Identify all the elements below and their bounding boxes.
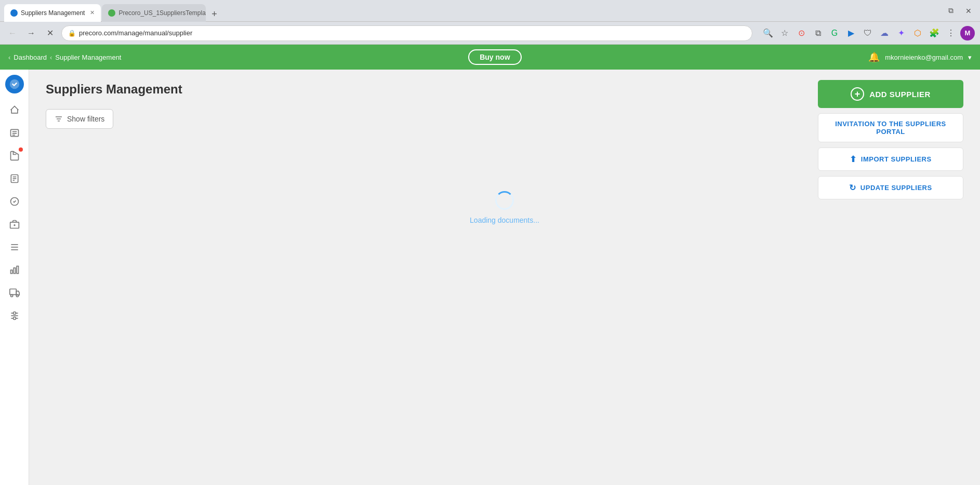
- update-label: UPDATE SUPPLIERS: [860, 184, 932, 192]
- tab-precoro-template[interactable]: Precoro_US_1SuppliersTemplate ✕: [102, 4, 206, 22]
- address-bar[interactable]: 🔒 precoro.com/manage/manual/supplier: [61, 25, 752, 41]
- tab-list: Suppliers Management ✕ Precoro_US_1Suppl…: [4, 0, 221, 22]
- breadcrumb: ‹ Dashboard ‹ Supplier Management: [8, 53, 122, 61]
- svg-rect-19: [9, 289, 16, 295]
- sidebar-item-settings[interactable]: [4, 305, 25, 326]
- address-bar-row: ← → ✕ 🔒 precoro.com/manage/manual/suppli…: [0, 22, 980, 45]
- tab-label: Suppliers Management: [21, 9, 85, 17]
- user-dropdown-arrow[interactable]: ▾: [968, 53, 972, 61]
- svg-point-28: [13, 317, 16, 320]
- sidebar: [0, 70, 29, 485]
- sidebar-item-orders[interactable]: [4, 123, 25, 143]
- tab-favicon-2: [108, 9, 115, 17]
- page-content: Suppliers Management + ADD SUPPLIER INVI…: [29, 70, 980, 485]
- user-email: mkornieienko@gmail.com: [885, 53, 963, 61]
- svg-point-24: [13, 312, 16, 315]
- opera-icon[interactable]: ⊙: [794, 26, 809, 41]
- app-logo[interactable]: [5, 75, 24, 93]
- svg-point-21: [16, 294, 18, 297]
- cloud-icon[interactable]: ☁: [877, 26, 892, 41]
- breadcrumb-sep: ‹: [50, 53, 52, 61]
- new-tab-button[interactable]: +: [207, 7, 221, 22]
- sidebar-item-list[interactable]: [4, 237, 25, 258]
- back-button[interactable]: ←: [5, 26, 20, 41]
- user-area[interactable]: 🔔 mkornieienko@gmail.com ▾: [868, 51, 972, 63]
- invitation-label: INVITATION TO THE SUPPLIERS PORTAL: [827, 120, 955, 136]
- notification-bell-icon[interactable]: 🔔: [868, 51, 880, 63]
- update-icon: ↻: [849, 183, 856, 193]
- sidebar-item-checklist[interactable]: [4, 191, 25, 212]
- import-icon: ⬆: [850, 154, 857, 164]
- svg-rect-16: [10, 270, 12, 274]
- import-label: IMPORT SUPPLIERS: [861, 155, 932, 163]
- tab-close-icon[interactable]: ✕: [90, 9, 95, 16]
- sparkle-icon[interactable]: ✦: [894, 26, 908, 41]
- restore-window-button[interactable]: ⧉: [944, 4, 958, 18]
- shield-icon[interactable]: 🛡: [860, 26, 875, 41]
- app-container: ‹ Dashboard ‹ Supplier Management Buy no…: [0, 45, 980, 485]
- add-supplier-icon: +: [851, 87, 864, 101]
- sidebar-item-shipping[interactable]: [4, 282, 25, 303]
- tab-label-2: Precoro_US_1SuppliersTemplate: [118, 9, 206, 17]
- sidebar-item-warehouse[interactable]: [4, 214, 25, 235]
- svg-point-20: [10, 294, 12, 297]
- browser-tab-bar: Suppliers Management ✕ Precoro_US_1Suppl…: [0, 0, 980, 22]
- sidebar-item-home[interactable]: [4, 100, 25, 120]
- top-navigation: ‹ Dashboard ‹ Supplier Management Buy no…: [0, 45, 980, 70]
- address-text: precoro.com/manage/manual/supplier: [79, 29, 192, 37]
- menu-icon[interactable]: ⋮: [944, 26, 958, 41]
- lock-icon: 🔒: [68, 30, 76, 37]
- add-supplier-button[interactable]: + ADD SUPPLIER: [818, 80, 963, 108]
- sidebar-item-analytics[interactable]: [4, 260, 25, 280]
- svg-point-0: [9, 79, 19, 89]
- browser-toolbar: 🔍 ☆ ⊙ ⧉ G ▶ 🛡 ☁ ✦ ⬡ 🧩 ⋮ M: [761, 26, 975, 41]
- video-icon[interactable]: ▶: [844, 26, 858, 41]
- action-panel: + ADD SUPPLIER INVITATION TO THE SUPPLIE…: [818, 80, 963, 199]
- forward-button[interactable]: →: [24, 26, 38, 41]
- tab-suppliers-management[interactable]: Suppliers Management ✕: [4, 4, 101, 22]
- add-supplier-label: ADD SUPPLIER: [869, 90, 931, 99]
- search-icon[interactable]: 🔍: [761, 26, 775, 41]
- sidebar-item-invoices[interactable]: [4, 145, 25, 166]
- sidebar-item-documents[interactable]: [4, 168, 25, 189]
- browserstack-icon[interactable]: ⬡: [910, 26, 925, 41]
- loading-spinner: [495, 191, 514, 210]
- grammarly-icon[interactable]: G: [827, 26, 842, 41]
- update-suppliers-button[interactable]: ↻ UPDATE SUPPLIERS: [818, 176, 963, 199]
- invoices-badge: [19, 147, 23, 152]
- filter-icon: [55, 115, 63, 123]
- invitation-button[interactable]: INVITATION TO THE SUPPLIERS PORTAL: [818, 113, 963, 142]
- close-window-button[interactable]: ✕: [961, 4, 976, 18]
- user-profile-icon[interactable]: M: [960, 26, 975, 41]
- breadcrumb-arrow-back: ‹: [8, 53, 10, 61]
- main-layout: Suppliers Management + ADD SUPPLIER INVI…: [0, 70, 980, 485]
- breadcrumb-supplier-management[interactable]: Supplier Management: [55, 53, 121, 61]
- svg-rect-17: [14, 268, 15, 274]
- bookmark-icon[interactable]: ☆: [777, 26, 792, 41]
- buy-now-button[interactable]: Buy now: [468, 49, 521, 65]
- copy-icon[interactable]: ⧉: [811, 26, 825, 41]
- loading-text: Loading documents...: [470, 216, 539, 224]
- show-filters-label: Show filters: [67, 115, 104, 123]
- import-suppliers-button[interactable]: ⬆ IMPORT SUPPLIERS: [818, 147, 963, 171]
- breadcrumb-dashboard[interactable]: Dashboard: [14, 53, 47, 61]
- svg-rect-18: [17, 266, 18, 274]
- tab-favicon: [10, 9, 18, 17]
- show-filters-button[interactable]: Show filters: [46, 109, 113, 129]
- reload-button[interactable]: ✕: [43, 26, 57, 41]
- puzzle-icon[interactable]: 🧩: [927, 26, 942, 41]
